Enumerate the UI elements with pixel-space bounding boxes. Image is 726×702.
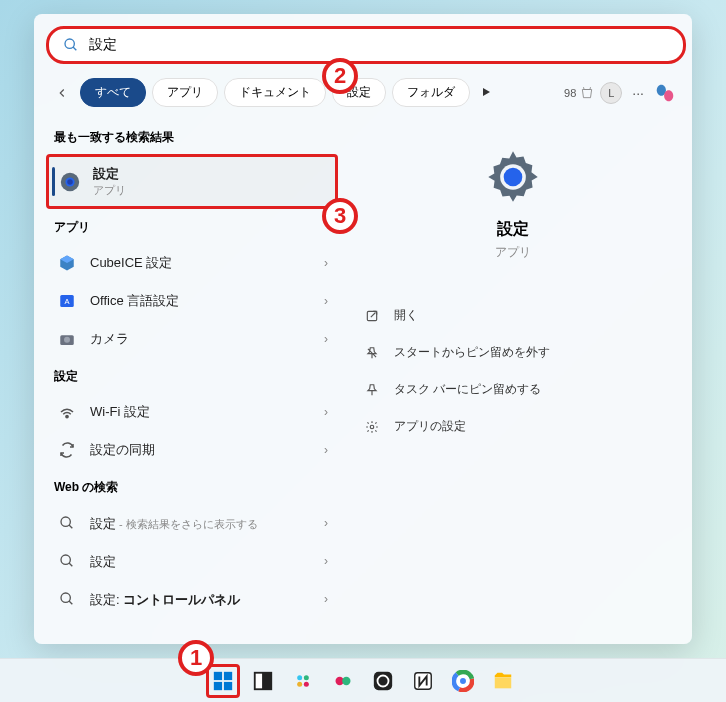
filter-all[interactable]: すべて <box>80 78 146 107</box>
svg-line-16 <box>69 601 72 604</box>
result-subtitle: アプリ <box>93 183 325 198</box>
svg-rect-26 <box>256 673 262 688</box>
svg-point-32 <box>342 676 350 684</box>
language-icon: A <box>56 290 78 312</box>
back-button[interactable] <box>50 81 74 105</box>
search-icon <box>56 512 78 534</box>
svg-line-12 <box>69 525 72 528</box>
gear-icon <box>364 419 380 435</box>
filter-documents[interactable]: ドキュメント <box>224 78 326 107</box>
action-unpin-start[interactable]: スタートからピン留めを外す <box>356 334 670 371</box>
result-web-2[interactable]: 設定: コントロールパネル › <box>46 580 338 618</box>
filter-more-button[interactable] <box>476 84 496 102</box>
preview-subtitle: アプリ <box>495 244 531 261</box>
taskbar <box>0 658 726 702</box>
svg-rect-24 <box>224 681 232 689</box>
action-list: 開く スタートからピン留めを外す タスク バーにピン留めする アプリの設定 <box>356 297 670 445</box>
svg-rect-42 <box>495 677 512 688</box>
taskbar-app-2[interactable] <box>326 664 360 698</box>
annotation-3: 3 <box>322 198 358 234</box>
section-web: Web の検索 <box>46 469 338 504</box>
chevron-right-icon: › <box>324 332 328 346</box>
result-setting-wifi[interactable]: Wi-Fi 設定 › <box>46 393 338 431</box>
result-app-office-lang[interactable]: A Office 言語設定 › <box>46 282 338 320</box>
settings-gear-icon <box>59 171 81 193</box>
result-web-0[interactable]: 設定 - 検索結果をさらに表示する › <box>46 504 338 542</box>
camera-icon <box>56 328 78 350</box>
search-icon <box>56 550 78 572</box>
svg-point-11 <box>61 517 70 526</box>
svg-rect-21 <box>214 671 222 679</box>
section-apps: アプリ <box>46 209 338 244</box>
svg-point-28 <box>304 675 309 680</box>
annotation-2: 2 <box>322 58 358 94</box>
result-app-cubeice[interactable]: CubeICE 設定 › <box>46 244 338 282</box>
filter-folder[interactable]: フォルダ <box>392 78 470 107</box>
chevron-right-icon: › <box>324 554 328 568</box>
rewards-badge[interactable]: 98 <box>564 86 594 100</box>
svg-point-15 <box>61 593 70 602</box>
svg-point-29 <box>297 681 302 686</box>
filter-apps[interactable]: アプリ <box>152 78 218 107</box>
svg-point-5 <box>67 179 73 185</box>
search-icon <box>56 588 78 610</box>
filter-row: すべて アプリ ドキュメント 設定 フォルダ 98 L ··· <box>46 72 680 119</box>
cube-icon <box>56 252 78 274</box>
taskbar-app-explorer[interactable] <box>486 664 520 698</box>
action-app-settings[interactable]: アプリの設定 <box>356 408 670 445</box>
search-box[interactable] <box>46 26 686 64</box>
svg-text:A: A <box>64 297 69 306</box>
svg-point-9 <box>64 337 70 343</box>
taskbar-app-notion[interactable] <box>406 664 440 698</box>
result-title: 設定 <box>93 165 325 183</box>
preview-column: 設定 アプリ 開く スタートからピン留めを外す タスク バーにピン留めする <box>346 119 680 639</box>
svg-rect-23 <box>214 681 222 689</box>
more-options-button[interactable]: ··· <box>628 85 648 101</box>
svg-line-14 <box>69 563 72 566</box>
svg-point-0 <box>65 39 74 48</box>
action-pin-taskbar[interactable]: タスク バーにピン留めする <box>356 371 670 408</box>
svg-point-18 <box>504 168 523 187</box>
user-avatar[interactable]: L <box>600 82 622 104</box>
svg-point-20 <box>370 425 374 429</box>
taskbar-app-1[interactable] <box>246 664 280 698</box>
result-app-camera[interactable]: カメラ › <box>46 320 338 358</box>
annotation-1: 1 <box>178 640 214 676</box>
result-web-1[interactable]: 設定 › <box>46 542 338 580</box>
chevron-right-icon: › <box>324 256 328 270</box>
start-search-panel: すべて アプリ ドキュメント 設定 フォルダ 98 L ··· 最も一致する検索… <box>34 14 692 644</box>
action-open[interactable]: 開く <box>356 297 670 334</box>
section-best-match: 最も一致する検索結果 <box>46 119 338 154</box>
search-icon <box>63 37 79 53</box>
chevron-right-icon: › <box>324 294 328 308</box>
svg-point-13 <box>61 555 70 564</box>
chevron-right-icon: › <box>324 405 328 419</box>
pin-icon <box>364 382 380 398</box>
svg-point-27 <box>297 675 302 680</box>
svg-rect-22 <box>224 671 232 679</box>
preview-title: 設定 <box>497 219 529 240</box>
chevron-right-icon: › <box>324 516 328 530</box>
section-settings: 設定 <box>46 358 338 393</box>
open-icon <box>364 308 380 324</box>
search-input[interactable] <box>89 37 669 53</box>
taskbar-app-chrome[interactable] <box>446 664 480 698</box>
result-best-match[interactable]: 設定 アプリ <box>46 154 338 209</box>
start-button[interactable] <box>206 664 240 698</box>
result-setting-sync[interactable]: 設定の同期 › <box>46 431 338 469</box>
copilot-icon[interactable] <box>654 82 676 104</box>
taskbar-app-3[interactable] <box>366 664 400 698</box>
svg-point-10 <box>66 415 68 417</box>
taskbar-app-slack[interactable] <box>286 664 320 698</box>
chevron-right-icon: › <box>324 443 328 457</box>
sync-icon <box>56 439 78 461</box>
wifi-icon <box>56 401 78 423</box>
svg-marker-2 <box>483 88 490 96</box>
svg-point-30 <box>304 681 309 686</box>
results-column: 最も一致する検索結果 設定 アプリ アプリ CubeICE 設定 › A Off… <box>46 119 346 639</box>
settings-gear-icon-large <box>485 149 541 205</box>
svg-line-1 <box>73 47 76 50</box>
unpin-icon <box>364 345 380 361</box>
chevron-right-icon: › <box>324 592 328 606</box>
